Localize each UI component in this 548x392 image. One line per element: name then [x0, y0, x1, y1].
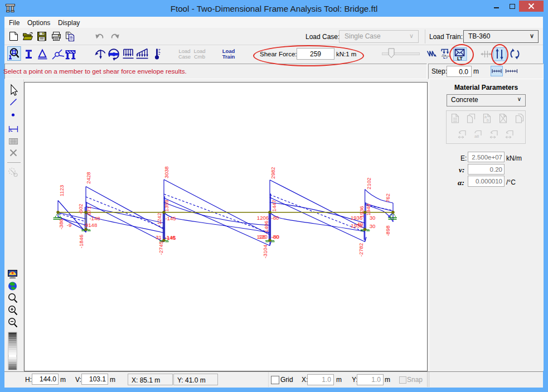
svg-text:1447: 1447	[271, 200, 277, 211]
svg-text:-2782: -2782	[358, 243, 364, 257]
svg-text:30: 30	[370, 215, 376, 221]
svg-text:all: all	[474, 134, 479, 139]
svg-text:-148: -148	[89, 215, 100, 221]
svg-text:-80: -80	[271, 234, 279, 240]
svg-text:-9: -9	[67, 222, 72, 228]
svg-text:-9148: -9148	[84, 222, 98, 228]
svg-text:Train: Train	[222, 54, 235, 60]
svg-text:1123: 1123	[59, 185, 65, 197]
svg-text:40: 40	[357, 221, 363, 227]
svg-text:1206: 1206	[257, 215, 269, 221]
svg-text:-2745: -2745	[158, 241, 164, 255]
svg-text:b: b	[487, 118, 489, 122]
svg-text:Cmb: Cmb	[194, 54, 205, 60]
svg-text:120: 120	[259, 234, 268, 240]
svg-text:-898: -898	[385, 225, 391, 236]
svg-text:-3104: -3104	[262, 244, 268, 258]
svg-text:Case: Case	[178, 54, 191, 60]
svg-text:-1406: -1406	[263, 221, 269, 235]
svg-text:-1846: -1846	[78, 235, 84, 249]
svg-text:-146: -146	[164, 234, 175, 240]
svg-text:2982: 2982	[270, 167, 276, 178]
svg-text:1940: 1940	[365, 204, 371, 215]
svg-text:-602: -602	[77, 204, 84, 214]
svg-text:1359: 1359	[163, 200, 169, 211]
svg-text:2428: 2428	[85, 172, 91, 183]
svg-text:-386: -386	[58, 219, 64, 229]
svg-text:762: 762	[385, 193, 391, 202]
svg-text:1936: 1936	[351, 215, 362, 221]
svg-text:-145: -145	[165, 215, 176, 221]
svg-text:31: 31	[156, 234, 162, 240]
svg-text:3038: 3038	[163, 166, 169, 178]
svg-text:671: 671	[86, 206, 92, 215]
svg-text:-80: -80	[271, 215, 279, 221]
svg-text:30: 30	[370, 223, 376, 229]
svg-text:-1242: -1242	[156, 213, 162, 227]
svg-text:2102: 2102	[366, 177, 372, 189]
